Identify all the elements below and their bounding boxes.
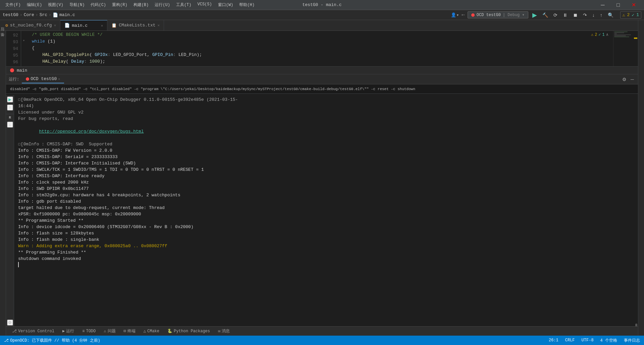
status-indent-text: 4 个空格 <box>600 338 617 343</box>
menu-tools[interactable]: 工具(T) <box>173 1 194 8</box>
code-line-93: while (1) <box>32 38 608 45</box>
panel-tab-ocd-label: OCD testG0 <box>31 76 57 81</box>
status-position[interactable]: 26:1 <box>547 338 560 343</box>
tab-cfg-close[interactable]: ✕ <box>54 23 56 27</box>
minimize-button[interactable]: ─ <box>595 0 610 10</box>
debug-config-selector[interactable]: OCD testG0 | Debug ▾ <box>468 11 528 18</box>
tabs-bar: ⚙ st_nucleo_f0.cfg ✕ 📄 main.c ✕ 📋 CMakeL… <box>0 20 644 31</box>
breadcrumb-project[interactable]: testG0 <box>3 12 18 17</box>
debug-step-over[interactable]: ↷ <box>582 12 588 18</box>
btab-terminal-icon: ⊡ <box>124 329 126 334</box>
menu-window[interactable]: 窗口(W) <box>215 1 236 8</box>
btab-messages-label: 消息 <box>222 328 230 334</box>
btab-cmake-icon: △ <box>144 329 146 334</box>
console-line-14: Info : gdb port disabled <box>18 198 631 205</box>
menu-edit[interactable]: 编辑(E) <box>24 1 45 8</box>
debug-step-into[interactable]: ↓ <box>591 12 596 18</box>
breadcrumb-src[interactable]: Src <box>40 12 47 17</box>
code-content: /* USER CODE BEGIN WHILE */ while (1) { … <box>26 31 613 67</box>
console-line-22: ** Programming Finished ** <box>18 249 631 256</box>
menu-build[interactable]: 构建(B) <box>131 1 152 8</box>
status-encoding[interactable]: UTF-8 <box>580 338 595 343</box>
debug-stop[interactable]: ⏹ <box>572 12 579 18</box>
sidebar-label-bookmarks[interactable]: 书签 <box>0 38 6 42</box>
btab-problems[interactable]: ⚠ 问题 <box>100 327 119 336</box>
menu-run[interactable]: 运行(U) <box>152 1 173 8</box>
btab-run[interactable]: ▶ 运行 <box>59 327 77 336</box>
console-line-9: Info : SWCLK/TCK = 1 SWDIO/TMS = 1 TDI =… <box>18 166 631 173</box>
btab-messages-icon: ✉ <box>218 329 220 334</box>
status-line-ending[interactable]: CRLF <box>564 338 576 343</box>
editor-expand-icon[interactable]: ∧ <box>606 32 608 37</box>
run-debug-button[interactable]: ▶ <box>531 11 538 19</box>
run-r-icon: R <box>9 116 11 120</box>
panel-tab-ocd[interactable]: OCD testG0 ✕ <box>22 75 64 83</box>
breadcrumb-core[interactable]: Core <box>24 12 34 17</box>
status-bar: ⎇ OpenOCD: 已下载固件 // 帮助 (4 分钟 之前) 26:1 CR… <box>0 336 644 345</box>
btab-version-control[interactable]: ⎇ Version Control <box>9 327 58 336</box>
btab-run-label: 运行 <box>66 328 74 334</box>
btab-cmake[interactable]: △ CMake <box>140 327 163 336</box>
btab-python-label: Python Packages <box>174 329 210 334</box>
build-button[interactable]: 🔨 <box>541 12 549 18</box>
breadcrumb-file[interactable]: main.c <box>59 12 75 17</box>
tab-cmake-label: CMakeLists.txt <box>119 23 155 28</box>
fold-icon-while[interactable]: ▾ <box>23 39 25 43</box>
console-line-7: Info : CMSIS-DAP: Serial# = 2333333333 <box>18 154 631 160</box>
breadcrumb-file-icon: 📄 <box>53 12 58 18</box>
tab-main-close[interactable]: ✕ <box>101 23 103 28</box>
console-line-2: Licensed under GNU GPL v2 <box>18 109 631 116</box>
console-link-bugs[interactable]: http://openocd.org/doc/doxygen/bugs.html <box>39 129 144 134</box>
status-git[interactable]: ⎇ OpenOCD: 已下载固件 // 帮助 (4 分钟 之前) <box>3 338 102 343</box>
run-settings2-button[interactable]: ⚙ <box>7 320 13 326</box>
console-line-8: Info : CMSIS-DAP: Interface Initialised … <box>18 160 631 166</box>
editor-check-icon: ✓ <box>598 32 601 37</box>
search-button[interactable]: 🔍 <box>606 12 615 18</box>
title-bar: 文件(F) 编辑(E) 视图(V) 导航(N) 代码(C) 重构(R) 构建(B… <box>0 0 644 10</box>
status-indent[interactable]: 4 个空格 <box>599 338 619 343</box>
back-icon[interactable]: ← <box>462 12 465 18</box>
bottom-tab-row: ⎇ Version Control ▶ 运行 ≡ TODO ⚠ 问题 ⊡ 终端 … <box>6 326 638 336</box>
btab-python-packages[interactable]: 🐍 Python Packages <box>164 327 213 336</box>
panel-tab-ocd-close[interactable]: ✕ <box>58 77 60 81</box>
debug-resume[interactable]: ⟳ <box>552 12 559 18</box>
right-panel-labels <box>638 20 644 336</box>
maximize-button[interactable]: □ <box>610 0 626 10</box>
btab-cmake-label: CMake <box>147 329 159 334</box>
warning-count-icon: ⚠ <box>623 12 625 18</box>
status-event-log[interactable]: 事件日志 <box>623 338 641 343</box>
btab-messages[interactable]: ✉ 消息 <box>215 327 233 336</box>
panel-settings-button[interactable]: ⚙ <box>621 76 628 83</box>
minimap <box>613 31 633 67</box>
menu-vcs[interactable]: VCS(S) <box>195 1 214 8</box>
sidebar-label-run[interactable]: 运行 <box>0 32 6 36</box>
menu-refactor[interactable]: 重构(R) <box>109 1 130 8</box>
console-line-15: target halted due to debug-request, curr… <box>18 205 631 211</box>
run-down-button[interactable]: ↓ <box>7 122 13 128</box>
console-cursor-line[interactable] <box>18 262 631 267</box>
menu-file[interactable]: 文件(F) <box>3 1 23 8</box>
menu-code[interactable]: 代码(C) <box>88 1 109 8</box>
tab-main-c[interactable]: 📄 main.c ✕ <box>60 20 107 30</box>
close-button[interactable]: ✕ <box>626 0 641 10</box>
panel-minimize-button[interactable]: ─ <box>629 76 635 83</box>
menu-view[interactable]: 视图(V) <box>45 1 66 8</box>
menu-navigate[interactable]: 导航(N) <box>67 1 88 8</box>
btab-problems-label: 问题 <box>108 328 116 334</box>
btab-terminal[interactable]: ⊡ 终端 <box>120 327 139 336</box>
btab-todo[interactable]: ≡ TODO <box>79 327 99 336</box>
menu-help[interactable]: 帮助(H) <box>236 1 257 8</box>
window-title: testG0 - main.c <box>302 2 341 7</box>
run-play-button[interactable]: ▶ <box>7 96 13 102</box>
check-count: 1 <box>636 12 639 17</box>
tab-nucleo-cfg[interactable]: ⚙ st_nucleo_f0.cfg ✕ <box>1 20 60 30</box>
debug-step-out[interactable]: ↑ <box>599 12 604 18</box>
status-encoding-text: UTF-8 <box>582 338 594 343</box>
tab-cmake-close[interactable]: ✕ <box>158 23 160 27</box>
console-line-19: Info : flash size = 128kbytes <box>18 230 631 236</box>
run-up-button[interactable]: ↑ <box>7 105 13 111</box>
tab-cmake[interactable]: 📋 CMakeLists.txt ✕ <box>107 20 164 30</box>
profile-icon[interactable]: 👤▾ <box>451 12 459 18</box>
menu-bar: 文件(F) 编辑(E) 视图(V) 导航(N) 代码(C) 重构(R) 构建(B… <box>3 1 257 8</box>
debug-pause[interactable]: ⏸ <box>561 12 569 18</box>
